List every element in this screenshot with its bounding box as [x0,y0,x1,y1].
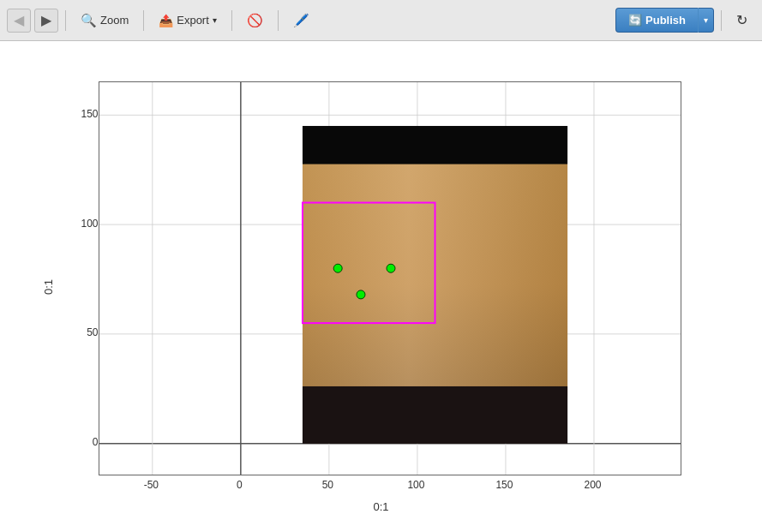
export-dropdown-icon: ▾ [213,15,217,25]
clear-icon: 🚫 [247,13,263,28]
plot-svg [99,82,681,475]
x-tick-label: 200 [579,479,606,491]
y-tick-label: 150 [64,108,99,120]
x-tick-label: -50 [137,479,165,491]
separator-3 [231,10,232,31]
y-tick-label: 50 [64,326,99,338]
publish-icon: 🔄 [628,14,642,27]
main-area: 0:1 0:1 050100150 -50050100150200 [0,41,762,532]
forward-icon: ▶ [41,12,51,28]
separator-5 [721,10,722,31]
zoom-button[interactable]: 🔍 Zoom [73,9,136,33]
svg-point-15 [333,264,342,272]
refresh-button[interactable]: ↻ [729,8,755,33]
x-axis-label: 0:1 [373,500,388,513]
svg-point-16 [387,264,395,272]
publish-group: 🔄 Publish ▾ [615,8,714,33]
svg-rect-12 [302,126,567,164]
export-icon: 📤 [159,14,173,27]
zoom-label: Zoom [100,14,129,27]
back-button[interactable]: ◀ [7,9,31,33]
refresh-icon: ↻ [736,12,747,28]
publish-label: Publish [645,14,686,27]
y-axis-label: 0:1 [41,278,54,294]
y-tick-label: 0 [64,436,99,448]
clear-button[interactable]: 🚫 [239,9,271,33]
publish-dropdown-icon: ▾ [704,15,708,25]
x-tick-label: 50 [314,479,341,491]
back-icon: ◀ [14,12,24,28]
x-tick-label: 150 [490,479,518,491]
y-tick-label: 100 [64,218,99,230]
plot-box [99,81,681,475]
brush-icon: 🖊️ [293,13,309,28]
separator-1 [65,10,66,31]
separator-2 [143,10,144,31]
publish-button[interactable]: 🔄 Publish [615,8,698,33]
export-label: Export [177,14,209,27]
separator-4 [278,10,279,31]
toolbar: ◀ ▶ 🔍 Zoom 📤 Export ▾ 🚫 🖊️ 🔄 Publish ▾ ↻ [0,0,762,41]
zoom-icon: 🔍 [81,13,97,28]
publish-dropdown-button[interactable]: ▾ [698,8,714,33]
plot-container: 0:1 0:1 050100150 -50050100150200 [56,64,707,510]
svg-rect-13 [302,386,567,443]
forward-button[interactable]: ▶ [34,9,58,33]
x-tick-label: 0 [225,479,253,491]
x-tick-label: 100 [402,479,429,491]
svg-point-17 [356,290,364,298]
brush-button[interactable]: 🖊️ [285,9,317,33]
export-button[interactable]: 📤 Export ▾ [151,9,225,32]
